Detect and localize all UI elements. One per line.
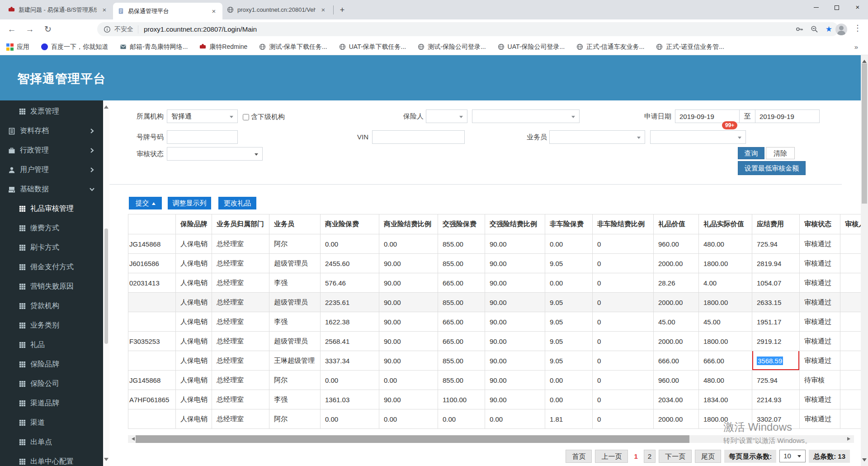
sidebar-item-user-mgmt[interactable]: 用户管理 <box>0 160 103 180</box>
bookmark-prod-xintong[interactable]: 正式-信通车友业务... <box>576 43 644 51</box>
tab-active-ybt[interactable]: 易保通管理平台 × <box>113 3 222 19</box>
sidebar-item-channel-brand[interactable]: 渠道品牌 <box>0 394 103 413</box>
table-row[interactable]: 人保电销 总经理室 阿尔 0.00 0.00 0.00 0.00 1.81 0 … <box>128 409 861 429</box>
search-button[interactable]: 查询 <box>738 147 764 159</box>
window-minimize-button[interactable] <box>806 0 826 14</box>
prev-page-button[interactable]: 上一页 <box>595 450 628 463</box>
sidebar-item-insurance-brand[interactable]: 保险品牌 <box>0 355 103 374</box>
forward-button[interactable]: → <box>24 23 36 36</box>
bookmark-redmine[interactable]: 康特Redmine <box>199 43 247 51</box>
browser-profile-avatar[interactable] <box>835 24 847 35</box>
sidebar-item-business-type[interactable]: 业务类别 <box>0 316 103 335</box>
sidebar-item-issue-center-config[interactable]: 出单中心配置 <box>0 452 103 466</box>
sidebar-item-channel[interactable]: 渠道 <box>0 413 103 433</box>
adjust-columns-button[interactable]: 调整显示列 <box>168 197 211 209</box>
change-gift-button[interactable]: 更改礼品 <box>218 197 256 209</box>
table-row[interactable]: J6016586 人保电销 总经理室 超级管理员 2455.60 90.00 8… <box>128 254 861 273</box>
address-bar[interactable]: 不安全 proxy1.countnet.cn:20807/Login/Main … <box>97 22 839 36</box>
scroll-up-arrow-icon[interactable] <box>104 103 108 109</box>
first-page-button[interactable]: 首页 <box>566 450 592 463</box>
col-header[interactable]: 保险品牌 <box>176 214 212 234</box>
table-row[interactable]: JG145868 人保电销 总经理室 阿尔 0.00 0.00 855.00 9… <box>128 371 861 390</box>
table-row[interactable]: 人保电销 总经理室 王琳超级管理 3337.34 90.00 855.00 90… <box>128 351 861 371</box>
zoom-icon[interactable] <box>811 25 818 33</box>
submit-button[interactable]: 提交 <box>129 197 162 209</box>
page-1-current[interactable]: 1 <box>631 450 640 463</box>
tab-close-icon[interactable]: × <box>100 6 108 14</box>
bookmark-uat-download[interactable]: UAT-保单下载任务... <box>339 43 406 51</box>
sidebar-item-base-data[interactable]: 基础数据 <box>0 180 103 199</box>
include-sub-org-checkbox[interactable]: 含下级机构 <box>243 113 285 121</box>
bookmark-apps[interactable]: 应用 <box>6 43 29 51</box>
col-header[interactable] <box>128 214 176 234</box>
checkbox[interactable] <box>243 114 249 120</box>
scroll-up-arrow-icon[interactable] <box>862 57 867 63</box>
bookmark-baidu[interactable]: 百度一下，你就知道 <box>41 43 108 51</box>
window-maximize-button[interactable] <box>826 0 847 14</box>
sidebar-item-gift[interactable]: 礼品 <box>0 335 103 355</box>
bookmark-test-download[interactable]: 测试-保单下载任务... <box>259 43 327 51</box>
bookmark-uat-login[interactable]: UAT-保险公司登录... <box>498 43 565 51</box>
salesman-select-2[interactable] <box>650 130 746 144</box>
table-row[interactable]: 02031413 人保电销 总经理室 李强 576.46 90.00 665.0… <box>128 273 861 293</box>
col-header[interactable]: 应结费用 <box>752 214 800 234</box>
clear-button[interactable]: 清除 <box>766 147 795 159</box>
page-2-button[interactable]: 2 <box>644 450 656 463</box>
set-min-audit-amount-button[interactable]: 设置最低审核金额 <box>738 161 806 175</box>
tab-proxy[interactable]: proxy1.countnet.cn:20801/Veh × <box>222 0 332 19</box>
key-icon[interactable] <box>796 25 803 33</box>
sidebar-item-gift-audit[interactable]: 礼品审核管理 <box>0 199 103 219</box>
table-row[interactable]: F3035253 人保电销 总经理室 超级管理员 2568.41 90.00 6… <box>128 332 861 351</box>
scroll-right-arrow-icon[interactable] <box>847 437 852 441</box>
bookmark-star-icon[interactable]: ★ <box>826 24 832 34</box>
col-header[interactable]: 交强险保费 <box>438 214 485 234</box>
sidebar-item-loan-org[interactable]: 贷款机构 <box>0 296 103 316</box>
tab-close-icon[interactable]: × <box>319 6 327 14</box>
browser-menu-icon[interactable]: ⋮ <box>854 23 862 33</box>
bookmark-prod-nuoyaxin[interactable]: 正式-诺亚信业务管... <box>656 43 724 51</box>
scroll-down-arrow-icon[interactable] <box>862 458 867 464</box>
col-header[interactable]: 业务员归属部门 <box>212 214 269 234</box>
col-header[interactable]: 非车险结费比例 <box>593 214 654 234</box>
col-header[interactable]: 审核人 <box>840 214 861 234</box>
sidebar-item-insurance-company[interactable]: 保险公司 <box>0 374 103 394</box>
scroll-down-arrow-icon[interactable] <box>104 458 108 463</box>
horizontal-scrollbar-thumb[interactable] <box>136 435 689 443</box>
tab-redmine[interactable]: 新建问题 - 易保通-B/S管理系统 × <box>4 0 113 19</box>
salesman-select-1[interactable] <box>549 130 645 144</box>
vertical-scrollbar-thumb[interactable] <box>862 63 867 204</box>
sidebar-item-commission-pay[interactable]: 佣金支付方式 <box>0 257 103 277</box>
url-text[interactable]: proxy1.countnet.cn:20807/Login/Main <box>144 25 790 33</box>
sidebar-item-issue-point[interactable]: 出单点 <box>0 433 103 452</box>
col-header[interactable]: 交强险结费比例 <box>485 214 545 234</box>
bookmark-mail[interactable]: 邮箱-青岛康特网络... <box>120 43 188 51</box>
table-horizontal-scrollbar[interactable] <box>128 435 854 443</box>
per-page-select[interactable]: 10 <box>779 450 806 462</box>
col-header[interactable]: 礼品价值 <box>654 214 699 234</box>
table-row[interactable]: A7HF061865 人保电销 总经理室 李强 1361.03 90.00 11… <box>128 390 861 409</box>
org-select[interactable]: 智择通 <box>167 109 238 123</box>
sidebar-item-invoice-mgmt[interactable]: 发票管理 <box>0 102 103 121</box>
page-vertical-scrollbar[interactable] <box>861 55 868 466</box>
last-page-button[interactable]: 尾页 <box>695 450 721 463</box>
table-row[interactable]: JG145868 人保电销 总经理室 阿尔 0.00 0.00 855.00 9… <box>128 234 861 254</box>
back-button[interactable]: ← <box>5 23 18 36</box>
bookmarks-overflow-chevron[interactable]: » <box>854 43 858 51</box>
sidebar-item-marketing-fail[interactable]: 营销失败原因 <box>0 277 103 296</box>
insurer-select-2[interactable] <box>472 109 580 123</box>
info-icon[interactable] <box>104 26 111 33</box>
insurer-select-1[interactable] <box>426 109 467 123</box>
date-to-input[interactable] <box>755 109 820 123</box>
window-close-button[interactable]: × <box>847 0 868 14</box>
settle-fee-cell-selected[interactable]: 3568.59 <box>752 351 800 371</box>
col-header[interactable]: 非车险保费 <box>545 214 593 234</box>
notification-badge[interactable]: 99+ <box>722 121 737 129</box>
tab-close-icon[interactable]: × <box>210 7 218 15</box>
sidebar-item-payment-method[interactable]: 缴费方式 <box>0 219 103 238</box>
table-row[interactable]: 人保电销 总经理室 李强 1622.38 90.00 665.00 90.00 … <box>128 312 861 332</box>
sidebar-item-card-method[interactable]: 刷卡方式 <box>0 238 103 257</box>
col-header[interactable]: 商业险保费 <box>321 214 379 234</box>
plate-input[interactable] <box>167 130 238 144</box>
next-page-button[interactable]: 下一页 <box>659 450 692 463</box>
scroll-left-arrow-icon[interactable] <box>130 437 135 441</box>
